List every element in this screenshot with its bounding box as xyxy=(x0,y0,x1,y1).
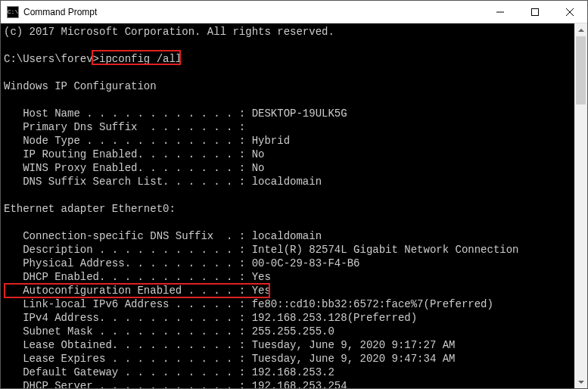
phys-addr-value: 00-0C-29-83-F4-B6 xyxy=(252,257,360,269)
dhcp-enabled-value: Yes xyxy=(252,271,271,283)
terminal-area: (c) 2017 Microsoft Corporation. All righ… xyxy=(1,23,587,388)
minimize-button[interactable] xyxy=(483,1,518,23)
description-value: Intel(R) 82574L Gigabit Network Connecti… xyxy=(252,244,519,256)
copyright-line: (c) 2017 Microsoft Corporation. All righ… xyxy=(4,25,571,39)
titlebar: C:\ Command Prompt xyxy=(1,1,587,23)
prompt-path: C:\Users\forev> xyxy=(4,53,99,65)
conn-dns-label: Connection-specific DNS Suffix . : xyxy=(4,230,252,242)
ip-routing-label: IP Routing Enabled. . . . . . . . : xyxy=(4,148,252,160)
window-title: Command Prompt xyxy=(23,7,483,17)
ip-routing-value: No xyxy=(252,148,265,160)
wins-proxy-label: WINS Proxy Enabled. . . . . . . . : xyxy=(4,162,252,174)
description-label: Description . . . . . . . . . . . : xyxy=(4,244,252,256)
dhcp-server-value: 192.168.253.254 xyxy=(252,380,347,388)
svg-marker-4 xyxy=(578,29,584,32)
phys-addr-label: Physical Address. . . . . . . . . : xyxy=(4,257,252,269)
dhcp-enabled-label: DHCP Enabled. . . . . . . . . . . : xyxy=(4,271,252,283)
link-local-value: fe80::cd10:bb32:6572:face%7(Preferred) xyxy=(252,298,493,310)
dns-suffix-list-value: localdomain xyxy=(252,176,322,188)
lease-exp-label: Lease Expires . . . . . . . . . . : xyxy=(4,353,252,365)
subnet-value: 255.255.255.0 xyxy=(252,325,334,338)
gateway-label: Default Gateway . . . . . . . . . : xyxy=(4,366,252,378)
section-ethernet: Ethernet adapter Ethernet0: xyxy=(4,202,571,216)
conn-dns-value: localdomain xyxy=(252,230,322,242)
dns-suffix-list-label: DNS Suffix Search List. . . . . . : xyxy=(4,176,252,188)
ipv4-label: IPv4 Address. . . . . . . . . . . : xyxy=(4,312,252,324)
scroll-down-button[interactable] xyxy=(574,375,587,388)
maximize-icon xyxy=(531,8,539,16)
dhcp-server-label: DHCP Server . . . . . . . . . . . : xyxy=(4,380,252,388)
node-type-value: Hybrid xyxy=(252,135,290,147)
lease-obt-label: Lease Obtained. . . . . . . . . . : xyxy=(4,339,252,351)
scroll-thumb[interactable] xyxy=(576,36,586,104)
vertical-scrollbar[interactable] xyxy=(574,23,587,388)
terminal-output[interactable]: (c) 2017 Microsoft Corporation. All righ… xyxy=(1,23,574,388)
svg-marker-5 xyxy=(578,381,584,384)
lease-exp-value: Tuesday, June 9, 2020 9:47:34 AM xyxy=(252,353,456,365)
link-local-label: Link-local IPv6 Address . . . . . : xyxy=(4,298,252,310)
host-name-value: DESKTOP-19ULK5G xyxy=(252,107,347,120)
chevron-up-icon xyxy=(578,29,584,32)
command-text: ipconfig /all xyxy=(99,53,182,65)
scroll-up-button[interactable] xyxy=(574,23,587,36)
ipv4-value: 192.168.253.128(Preferred) xyxy=(252,312,417,324)
window-controls xyxy=(483,1,587,23)
autoconfig-label: Autoconfiguration Enabled . . . . : xyxy=(4,285,252,297)
autoconfig-value: Yes xyxy=(252,285,271,297)
wins-proxy-value: No xyxy=(252,162,265,174)
node-type-label: Node Type . . . . . . . . . . . . : xyxy=(4,135,252,147)
primary-dns-label: Primary Dns Suffix . . . . . . . : xyxy=(4,121,245,133)
host-name-label: Host Name . . . . . . . . . . . . : xyxy=(4,107,252,120)
subnet-label: Subnet Mask . . . . . . . . . . . : xyxy=(4,325,252,338)
command-prompt-window: C:\ Command Prompt (c) 2017 Microsoft Co… xyxy=(0,0,588,389)
chevron-down-icon xyxy=(578,381,584,384)
cmd-icon: C:\ xyxy=(7,6,19,18)
close-button[interactable] xyxy=(552,1,587,23)
svg-rect-1 xyxy=(532,8,539,15)
maximize-button[interactable] xyxy=(518,1,552,23)
lease-obt-value: Tuesday, June 9, 2020 9:17:27 AM xyxy=(252,339,456,351)
gateway-value: 192.168.253.2 xyxy=(252,366,334,378)
section-ipconfig: Windows IP Configuration xyxy=(4,79,571,93)
minimize-icon xyxy=(496,8,504,16)
scroll-track[interactable] xyxy=(574,36,587,375)
close-icon xyxy=(566,8,574,16)
